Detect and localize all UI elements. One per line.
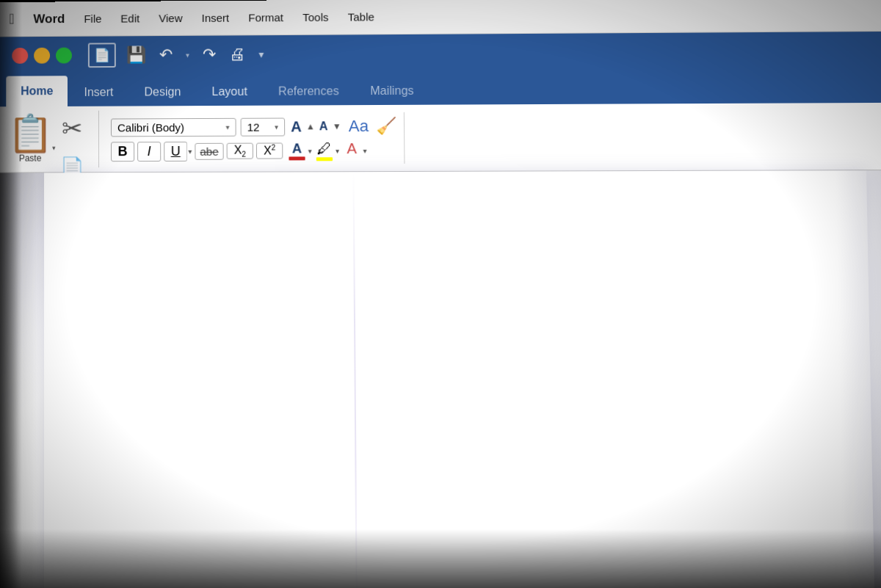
grow-indicator: ▲ (306, 121, 315, 131)
page-content[interactable] (44, 170, 875, 588)
font-size-selector[interactable]: 12 ▾ (241, 117, 286, 136)
menu-table[interactable]: Table (345, 9, 377, 24)
font-name-selector[interactable]: Calibri (Body) ▾ (111, 117, 236, 137)
underline-group: U ▾ (164, 141, 192, 161)
font-extra-icons: A ▲ A ▼ Aa 🧹 (289, 115, 398, 138)
superscript-num: 2 (272, 144, 276, 152)
text-effect-dropdown[interactable]: ▾ (363, 147, 366, 155)
tab-home[interactable]: Home (6, 76, 68, 106)
font-group: Calibri (Body) ▾ 12 ▾ A ▲ A ▼ Aa (105, 112, 405, 164)
shrink-font-icon[interactable]: A (319, 120, 328, 133)
ribbon-tabs: Home Insert Design Layout References Mai… (0, 70, 881, 106)
menu-tools[interactable]: Tools (300, 10, 331, 25)
subscript-num: 2 (242, 150, 246, 159)
underline-button[interactable]: U (164, 141, 187, 161)
font-size-dropdown-arrow: ▾ (275, 123, 278, 131)
font-style-row: B I U ▾ abe X2 X2 (111, 140, 398, 161)
subscript-button[interactable]: X2 (227, 143, 253, 159)
scissors-icon[interactable]: ✂ (62, 114, 82, 143)
superscript-button[interactable]: X2 (256, 143, 283, 159)
ribbon-content: 📋 ▾ Paste ✂ 📄 🖌 Calibri (Body) ▾ (0, 103, 881, 173)
left-shadow (0, 173, 37, 588)
tab-design[interactable]: Design (129, 78, 195, 106)
clipboard-sub-group: ✂ 📄 🖌 (56, 111, 88, 168)
redo-icon[interactable]: ↷ (200, 42, 219, 67)
font-color-icon[interactable]: A (289, 141, 305, 160)
highlight-dropdown[interactable]: ▾ (336, 147, 339, 155)
print-icon[interactable]: 🖨 (226, 42, 248, 67)
clear-format-icon[interactable]: 🧹 (376, 117, 396, 136)
underline-dropdown[interactable]: ▾ (188, 147, 192, 155)
window-controls (12, 48, 72, 64)
minimize-button[interactable] (34, 48, 50, 64)
tab-insert[interactable]: Insert (69, 79, 128, 106)
font-color-dropdown[interactable]: ▾ (308, 147, 312, 155)
page-layout-icon[interactable]: 📄 (88, 43, 116, 68)
undo-dropdown-arrow[interactable]: ▾ (183, 48, 192, 62)
paste-button[interactable]: 📋 ▾ (7, 115, 53, 152)
menu-format[interactable]: Format (245, 10, 286, 25)
paste-label: Paste (19, 153, 42, 164)
font-name-dropdown-arrow: ▾ (225, 123, 229, 131)
highlight-color-icon[interactable]: 🖊 (316, 140, 333, 161)
menu-view[interactable]: View (156, 10, 185, 26)
save-icon[interactable]: 💾 (123, 43, 149, 68)
maximize-button[interactable] (56, 48, 72, 64)
text-effect-icon[interactable]: A (344, 140, 360, 161)
menu-file[interactable]: File (81, 11, 104, 26)
menu-insert[interactable]: Insert (198, 10, 232, 26)
menu-edit[interactable]: Edit (117, 11, 142, 26)
tab-mailings[interactable]: Mailings (355, 77, 429, 105)
shrink-indicator: ▼ (333, 121, 341, 131)
app-window:  Word File Edit View Insert Format Tool… (0, 0, 881, 588)
ribbon-container: 📄 💾 ↶ ▾ ↷ 🖨 ▾ Home Insert Design (0, 32, 881, 106)
tab-references[interactable]: References (264, 77, 354, 105)
grow-font-icon[interactable]: A (291, 118, 302, 135)
bold-button[interactable]: B (111, 142, 134, 161)
apple-logo-icon[interactable]:  (9, 11, 14, 28)
change-case-icon[interactable]: Aa (349, 117, 369, 136)
menu-bar:  Word File Edit View Insert Format Tool… (0, 0, 881, 37)
quick-access-dropdown[interactable]: ▾ (255, 46, 267, 63)
font-row-1: Calibri (Body) ▾ 12 ▾ A ▲ A ▼ Aa (111, 115, 398, 138)
italic-button[interactable]: I (137, 142, 161, 161)
close-button[interactable] (12, 48, 28, 64)
undo-icon[interactable]: ↶ (156, 43, 175, 68)
screen-wrapper:  Word File Edit View Insert Format Tool… (0, 0, 881, 588)
quick-access-bar: 📄 💾 ↶ ▾ ↷ 🖨 ▾ (0, 32, 881, 75)
menu-word[interactable]: Word (30, 10, 68, 28)
document-area (0, 170, 881, 588)
strikethrough-button[interactable]: abe (195, 142, 223, 159)
page-artifact (353, 172, 358, 588)
tab-layout[interactable]: Layout (197, 78, 262, 106)
